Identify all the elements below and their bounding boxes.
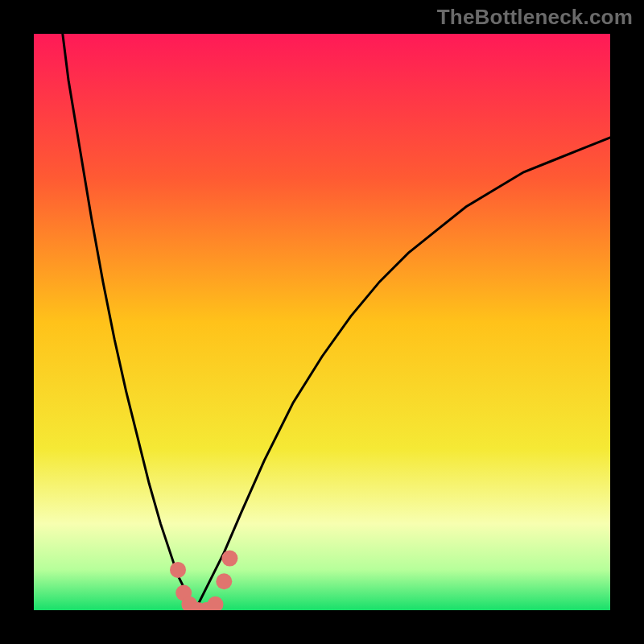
plot-area: [34, 34, 610, 610]
chart-background: [34, 34, 610, 610]
chart-canvas: [34, 34, 610, 610]
highlight-point: [170, 562, 186, 578]
chart-frame: TheBottleneck.com: [0, 0, 644, 644]
highlight-point: [221, 551, 237, 567]
highlight-point: [216, 573, 232, 589]
watermark-text: TheBottleneck.com: [437, 5, 633, 30]
